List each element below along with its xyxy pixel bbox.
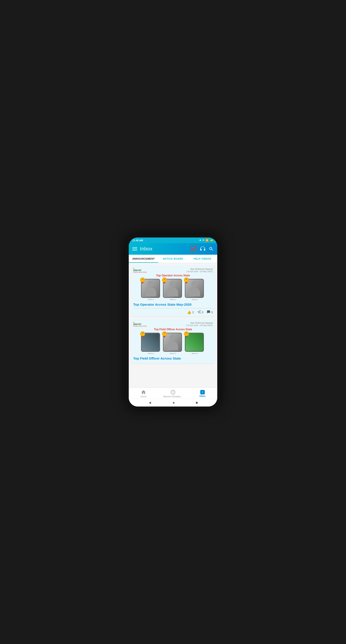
adarsh-logo-1: ● ādarsh/ FARM SERVICES (133, 268, 147, 273)
announcement-card-2: ● ādarsh/ FARM SERVICES Star Performer A… (131, 319, 215, 364)
card-1-main-title: Top Operator Across State May-2020 (133, 302, 213, 307)
inbox-badge-icon: ! (202, 391, 203, 394)
time-display: 11:45 AM (132, 239, 143, 242)
share-count-1: 0 (202, 311, 203, 314)
header-left: Inbox (132, 246, 152, 252)
tabs-bar: ANNOUNCEMENT NOTICE BOARD HELP VIDEOS (129, 255, 217, 263)
announcement-card-1: ● ādarsh/ FARM SERVICES Star Performer A… (131, 265, 215, 317)
card-1-partial-title: Star Performer Awards [ 26 Apr 2020 - 25… (186, 268, 213, 272)
avatar-item-1: 🏅 Name 1 (141, 279, 161, 300)
brand-sub-2: FARM SERVICES (133, 325, 147, 327)
nav-home[interactable]: Home (129, 390, 158, 398)
app-header: Inbox PDF (129, 243, 217, 255)
card-2-avatars: 🏅 Name 1 🏅 (133, 333, 213, 354)
like-icon-1: 👍 (187, 310, 191, 314)
battery-display: 60 (210, 239, 214, 242)
android-recent-button[interactable]: ■ (196, 401, 198, 405)
tab-announcement[interactable]: ANNOUNCEMENT (129, 255, 158, 263)
medal-2: 🏅 (162, 278, 167, 282)
card-1-header: ● ādarsh/ FARM SERVICES Star Performer A… (133, 268, 213, 273)
bluetooth-icon: ∗ (199, 239, 201, 242)
brand-name-2: ādarsh/ (133, 323, 147, 325)
medal-6: 🏅 (184, 332, 189, 336)
android-back-button[interactable]: ◄ (148, 401, 152, 405)
support-button[interactable] (200, 246, 206, 252)
inbox-badge: ! (200, 390, 205, 394)
android-home-button[interactable]: ● (173, 401, 175, 405)
home-icon (141, 390, 146, 395)
avatar-name-6: Name 3 (185, 352, 205, 354)
like-button-1[interactable]: 👍 3 (187, 310, 194, 314)
avatar-item-4: 🏅 Name 1 (141, 333, 161, 354)
like-count-1: 3 (192, 311, 194, 314)
brand-sub-1: FARM SERVICES (133, 272, 147, 273)
avatar-name-3: Name 3 (185, 298, 205, 300)
comment-count-1: 0 (211, 311, 213, 314)
search-icon (209, 246, 214, 251)
card-1-avatars: 🏅 Name 1 🏅 (133, 279, 213, 300)
avatar-item-5: 🏅 Name 2 (163, 333, 183, 354)
phone-shell: 11:45 AM ∗ ✕ 📶 60 Inbox P (126, 235, 220, 409)
adarsh-logo-2: ● ādarsh/ FARM SERVICES (133, 321, 147, 327)
medal-1: 🏅 (140, 278, 145, 282)
tab-notice-board[interactable]: NOTICE BOARD (158, 255, 188, 263)
hamburger-line-3 (132, 250, 137, 250)
medal-3: 🏅 (184, 278, 189, 282)
share-icon-1 (197, 310, 201, 314)
tab-help-videos[interactable]: HELP VIDEOS (188, 255, 217, 263)
search-button[interactable] (209, 246, 214, 251)
avatar-name-1: Name 1 (141, 298, 161, 300)
content-area: ● ādarsh/ FARM SERVICES Star Performer A… (129, 263, 217, 388)
silhouette-3 (188, 281, 201, 298)
medal-4: 🏅 (140, 332, 145, 336)
avatar-name-2: Name 2 (163, 298, 183, 300)
android-nav-bar: ◄ ● ■ (129, 399, 217, 406)
avatar-item-2: 🏅 Name 2 (163, 279, 183, 300)
silhouette-2 (166, 281, 179, 298)
card-2-category-title: Top Field Officer Across State (133, 328, 213, 331)
avatar-name-4: Name 1 (141, 352, 161, 354)
brand-name-1: ādarsh/ (133, 269, 147, 272)
card-2-main-title: Top Field Officer Across State (133, 356, 213, 361)
silhouette-1 (144, 281, 157, 298)
pdf-icon: PDF (190, 246, 197, 252)
medal-5: 🏅 (162, 332, 167, 336)
header-icons: PDF (190, 246, 214, 252)
comment-icon-1 (207, 310, 210, 314)
bottom-nav: Home Machine Breakdo... ! Inbox (129, 388, 217, 399)
share-button-1[interactable]: 0 (197, 310, 203, 314)
page-title: Inbox (140, 246, 152, 252)
menu-button[interactable] (132, 247, 137, 250)
silhouette-5 (166, 334, 179, 351)
nav-inbox[interactable]: ! Inbox (188, 390, 217, 397)
status-bar: 11:45 AM ∗ ✕ 📶 60 (129, 238, 217, 243)
pdf-label: PDF (192, 248, 195, 250)
nav-inbox-label: Inbox (200, 395, 206, 397)
pdf-button[interactable]: PDF (190, 246, 197, 252)
status-icons: ∗ ✕ 📶 60 (199, 239, 214, 242)
signal-icon: ✕ (202, 239, 204, 242)
avatar-item-6: 🏅 Name 3 (185, 333, 205, 354)
card-1-actions: 👍 3 0 0 (133, 308, 213, 314)
wifi-icon: 📶 (205, 239, 209, 242)
nav-home-label: Home (141, 395, 147, 398)
avatar-name-5: Name 2 (163, 352, 183, 354)
nav-machine[interactable]: Machine Breakdo... (158, 390, 188, 398)
phone-screen: 11:45 AM ∗ ✕ 📶 60 Inbox P (129, 238, 217, 406)
headset-icon (200, 246, 206, 252)
machine-icon (170, 390, 176, 395)
card-2-partial-title: Star Performer Awards [ 26 Apr 2020 - 25… (186, 322, 213, 326)
hamburger-line-1 (132, 247, 137, 248)
hamburger-line-2 (132, 249, 137, 249)
nav-machine-label: Machine Breakdo... (163, 395, 183, 398)
card-2-header: ● ādarsh/ FARM SERVICES Star Performer A… (133, 321, 213, 327)
avatar-item-3: 🏅 Name 3 (185, 279, 205, 300)
card-1-category-title: Top Operator Across State (133, 274, 213, 277)
comment-button-1[interactable]: 0 (207, 310, 213, 314)
